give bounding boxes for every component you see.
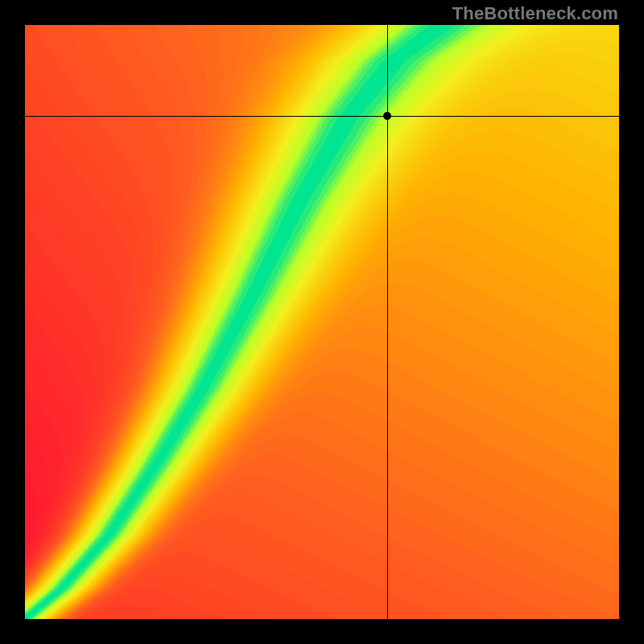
bottleneck-heatmap bbox=[25, 25, 619, 619]
plot-area bbox=[25, 25, 619, 619]
marker-dot bbox=[383, 112, 391, 120]
crosshair-horizontal bbox=[25, 116, 619, 117]
watermark-text: TheBottleneck.com bbox=[452, 3, 618, 24]
chart-frame: TheBottleneck.com bbox=[0, 0, 644, 644]
